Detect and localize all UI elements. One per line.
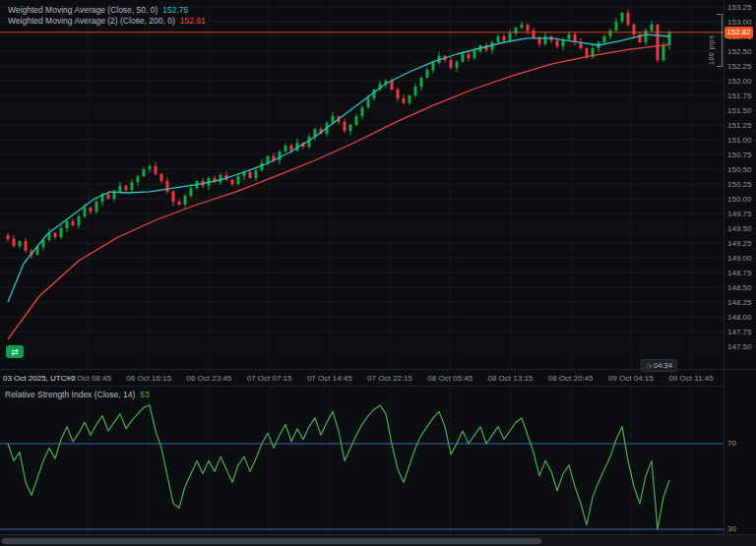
wma200-label: Weighted Moving Average (2) (Close, 200,… <box>8 16 175 26</box>
time-tick: 06 Oct 23:45 <box>186 374 231 383</box>
price-tick: 151.00 <box>727 136 751 145</box>
price-tick: 152.00 <box>727 77 751 86</box>
price-tick: 149.00 <box>727 254 751 263</box>
countdown-value: 04:34 <box>654 361 672 370</box>
price-tick: 150.50 <box>727 165 751 174</box>
price-tick: 148.00 <box>727 313 751 322</box>
time-tick: 06 Oct 08:45 <box>66 374 111 383</box>
indicator-legend: Weighted Moving Average (Close, 50, 0) 1… <box>8 4 206 26</box>
time-tick: 06 Oct 16:15 <box>126 374 171 383</box>
price-tick: 150.25 <box>727 180 751 189</box>
price-tick: 152.50 <box>727 47 751 56</box>
price-tick: 150.75 <box>727 151 751 159</box>
price-axis[interactable]: 152.82 153.25153.00152.75152.50152.25152… <box>724 0 756 369</box>
price-tick: 148.50 <box>727 283 751 292</box>
legend-row-wma50[interactable]: Weighted Moving Average (Close, 50, 0) 1… <box>8 4 206 15</box>
scrollbar-thumb[interactable] <box>2 538 541 544</box>
price-tick: 149.50 <box>727 224 751 233</box>
price-tick: 147.50 <box>727 342 751 351</box>
horizontal-scrollbar[interactable] <box>0 534 756 546</box>
time-tick: 07 Oct 14:45 <box>307 374 352 383</box>
candlestick-chart <box>0 0 724 369</box>
price-tick: 149.75 <box>727 210 751 218</box>
candlestick-series <box>7 10 671 260</box>
time-tick: 07 Oct 22:15 <box>367 374 412 383</box>
price-range-measure: 100 pips <box>700 14 723 65</box>
time-tick: 09 Oct 04:15 <box>608 374 654 383</box>
wma50-label: Weighted Moving Average (Close, 50, 0) <box>8 5 158 15</box>
rsi-legend: Relative Strength Index (Close, 14) 53 <box>5 389 150 399</box>
time-tick: 03 Oct 2025, UTC+2 <box>3 374 76 383</box>
rsi-value: 53 <box>140 390 149 399</box>
price-chart-pane[interactable]: Weighted Moving Average (Close, 50, 0) 1… <box>0 0 724 369</box>
price-tick: 151.75 <box>727 91 751 100</box>
legend-row-rsi[interactable]: Relative Strength Index (Close, 14) 53 <box>5 389 150 399</box>
trade-arrows-icon: ⇄ <box>11 346 19 358</box>
price-tick: 148.75 <box>727 269 751 277</box>
price-tick: 150.00 <box>727 195 751 204</box>
bar-countdown: ◷ 04:34 <box>641 359 677 372</box>
price-tick: 153.25 <box>727 3 751 12</box>
rsi-pane[interactable]: Relative Strength Index (Close, 14) 53 <box>0 386 724 534</box>
clock-icon: ◷ <box>646 362 652 369</box>
quick-trade-button[interactable]: ⇄ <box>6 345 24 358</box>
price-tick: 153.00 <box>727 18 751 27</box>
time-tick: 09 Oct 11:45 <box>668 374 713 383</box>
time-tick: 08 Oct 20:45 <box>548 374 594 383</box>
price-tick: 149.25 <box>727 239 751 248</box>
price-tick: 147.75 <box>727 328 751 336</box>
time-tick: 08 Oct 13:15 <box>487 374 533 383</box>
trading-chart-app: Weighted Moving Average (Close, 50, 0) 1… <box>0 0 756 546</box>
current-price-label: 152.82 <box>724 27 753 38</box>
rsi-axis[interactable]: 70 30 <box>724 386 756 533</box>
price-tick: 148.25 <box>727 298 751 307</box>
legend-row-wma200[interactable]: Weighted Moving Average (2) (Close, 200,… <box>8 15 206 26</box>
rsi-chart <box>0 387 724 534</box>
rsi-label: Relative Strength Index (Close, 14) <box>5 390 135 399</box>
price-tick: 152.25 <box>727 62 751 71</box>
time-tick: 08 Oct 05:45 <box>427 374 472 383</box>
rsi-tick-70: 70 <box>727 439 736 448</box>
price-tick: 151.50 <box>727 106 751 115</box>
time-tick: 07 Oct 07:15 <box>247 374 292 383</box>
rsi-tick-30: 30 <box>727 524 736 533</box>
price-tick: 151.25 <box>727 121 751 130</box>
wma50-value: 152.75 <box>162 5 188 15</box>
measure-bracket <box>717 14 723 67</box>
measure-label: 100 pips <box>708 14 715 65</box>
wma200-value: 152.61 <box>180 16 206 26</box>
